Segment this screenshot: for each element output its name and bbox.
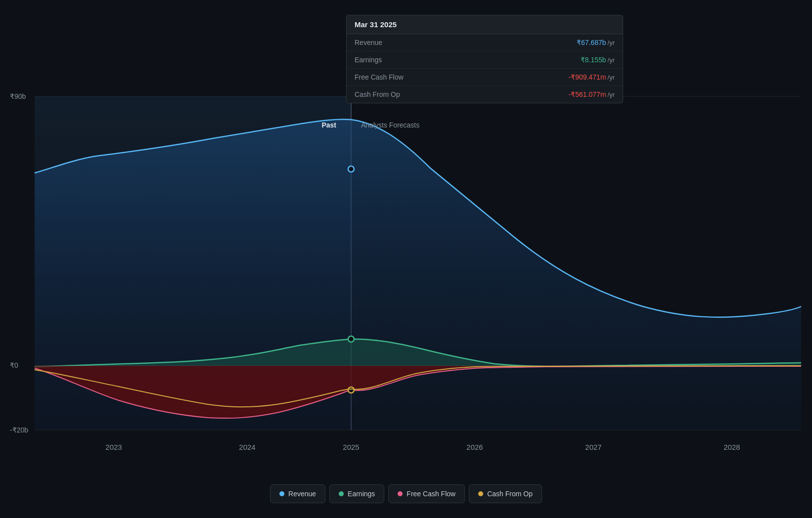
svg-text:2026: 2026	[466, 443, 483, 451]
tooltip-row-revenue: Revenue ₹67.687b/yr	[347, 34, 623, 51]
chart-legend: Revenue Earnings Free Cash Flow Cash Fro…	[270, 484, 542, 503]
cashop-dot	[478, 491, 483, 496]
tooltip-label-earnings: Earnings	[355, 56, 382, 64]
svg-text:2023: 2023	[105, 443, 122, 451]
legend-label-cashop: Cash From Op	[487, 490, 533, 498]
chart-container: Mar 31 2025 Revenue ₹67.687b/yr Earnings…	[0, 0, 812, 518]
svg-text:2025: 2025	[343, 443, 359, 451]
tooltip-value-revenue: ₹67.687b/yr	[577, 39, 615, 46]
legend-item-revenue[interactable]: Revenue	[270, 484, 325, 503]
legend-item-earnings[interactable]: Earnings	[329, 484, 384, 503]
tooltip-label-fcf: Free Cash Flow	[355, 73, 404, 81]
legend-label-earnings: Earnings	[348, 490, 375, 498]
tooltip-row-earnings: Earnings ₹8.155b/yr	[347, 51, 623, 69]
legend-item-cashop[interactable]: Cash From Op	[469, 484, 542, 503]
svg-text:2027: 2027	[585, 443, 601, 451]
svg-text:₹0: ₹0	[10, 361, 18, 369]
tooltip-value-fcf: -₹909.471m/yr	[569, 73, 615, 81]
tooltip-label-cashop: Cash From Op	[355, 90, 400, 98]
tooltip: Mar 31 2025 Revenue ₹67.687b/yr Earnings…	[346, 15, 623, 103]
tooltip-label-revenue: Revenue	[355, 39, 382, 46]
svg-text:₹90b: ₹90b	[10, 92, 26, 100]
tooltip-row-cashop: Cash From Op -₹561.077m/yr	[347, 86, 623, 103]
legend-label-revenue: Revenue	[288, 490, 316, 498]
tooltip-value-cashop: -₹561.077m/yr	[569, 90, 615, 98]
legend-label-fcf: Free Cash Flow	[406, 490, 455, 498]
svg-text:2028: 2028	[723, 443, 740, 451]
svg-text:-₹20b: -₹20b	[10, 426, 28, 434]
svg-text:2024: 2024	[239, 443, 255, 451]
tooltip-row-fcf: Free Cash Flow -₹909.471m/yr	[347, 69, 623, 86]
revenue-dot	[279, 491, 284, 496]
svg-point-7	[348, 387, 354, 393]
tooltip-date: Mar 31 2025	[347, 15, 623, 34]
fcf-dot	[398, 491, 403, 496]
svg-point-5	[348, 166, 354, 172]
earnings-dot	[339, 491, 344, 496]
svg-point-6	[348, 336, 354, 342]
legend-item-fcf[interactable]: Free Cash Flow	[388, 484, 465, 503]
svg-text:Past: Past	[321, 121, 336, 129]
svg-text:Analysts Forecasts: Analysts Forecasts	[361, 121, 419, 129]
tooltip-value-earnings: ₹8.155b/yr	[581, 56, 615, 64]
